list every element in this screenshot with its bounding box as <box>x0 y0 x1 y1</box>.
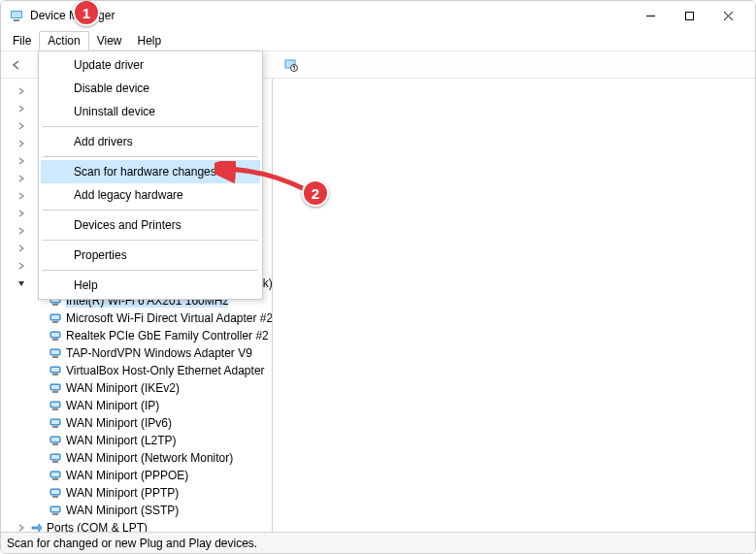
tree-item[interactable]: WAN Miniport (IKEv2) <box>1 379 272 397</box>
network-adapter-icon <box>48 398 63 413</box>
minimize-button[interactable] <box>631 2 670 29</box>
network-adapter-icon <box>48 468 63 483</box>
status-text: Scan for changed or new Plug and Play de… <box>7 537 257 550</box>
chevron-right-icon[interactable] <box>15 119 28 133</box>
tree-item[interactable]: WAN Miniport (PPPOE) <box>1 467 272 484</box>
svg-rect-19 <box>52 321 58 323</box>
chevron-right-icon[interactable] <box>15 84 28 98</box>
tree-label: WAN Miniport (IPv6) <box>66 416 172 430</box>
menu-item-uninstall-device[interactable]: Uninstall device <box>41 100 260 123</box>
tree-label: Microsoft Wi-Fi Direct Virtual Adapter #… <box>66 311 273 325</box>
tree-item[interactable]: WAN Miniport (Network Monitor) <box>1 449 272 467</box>
svg-rect-27 <box>51 368 59 372</box>
ports-icon <box>28 520 44 532</box>
tree-item[interactable]: TAP-NordVPN Windows Adapter V9 <box>1 344 272 362</box>
annotation-callout-1: 1 <box>73 0 100 26</box>
app-icon <box>9 8 24 23</box>
window-title: Device Manager <box>30 9 631 22</box>
network-adapter-icon <box>48 503 63 518</box>
scan-hardware-button[interactable] <box>279 53 303 77</box>
network-adapter-icon <box>48 415 63 431</box>
action-menu-dropdown: Update driverDisable deviceUninstall dev… <box>38 50 263 300</box>
chevron-right-icon[interactable] <box>15 259 28 273</box>
network-adapter-icon <box>48 450 63 466</box>
annotation-callout-2: 2 <box>302 179 329 207</box>
back-button[interactable] <box>5 53 28 77</box>
network-adapter-icon <box>48 310 63 326</box>
svg-rect-36 <box>51 420 59 424</box>
svg-rect-28 <box>52 374 58 375</box>
menu-action[interactable]: Action <box>39 31 88 50</box>
menu-bar: FileActionViewHelp <box>1 30 755 51</box>
menu-view[interactable]: View <box>89 32 130 49</box>
tree-item[interactable]: Microsoft Wi-Fi Direct Virtual Adapter #… <box>1 310 272 327</box>
detail-panel <box>273 79 755 532</box>
svg-rect-46 <box>52 478 58 480</box>
svg-rect-2 <box>14 19 19 21</box>
svg-rect-30 <box>51 385 59 389</box>
svg-rect-49 <box>52 496 58 498</box>
svg-rect-40 <box>52 443 58 445</box>
tree-label: WAN Miniport (PPPOE) <box>66 469 188 482</box>
status-bar: Scan for changed or new Plug and Play de… <box>1 532 755 553</box>
svg-rect-39 <box>51 438 59 441</box>
tree-item[interactable]: WAN Miniport (PPTP) <box>1 484 272 502</box>
svg-rect-51 <box>51 507 59 511</box>
svg-rect-22 <box>52 339 58 341</box>
svg-rect-45 <box>51 473 59 476</box>
svg-rect-1 <box>12 12 21 17</box>
menu-help[interactable]: Help <box>130 32 170 49</box>
tree-item[interactable]: WAN Miniport (IP) <box>1 397 272 414</box>
chevron-down-icon[interactable] <box>15 277 28 290</box>
network-adapter-icon <box>48 328 63 343</box>
menu-separator <box>43 210 258 211</box>
tree-label: TAP-NordVPN Windows Adapter V9 <box>66 346 252 360</box>
svg-rect-34 <box>52 408 58 410</box>
svg-rect-24 <box>51 350 59 354</box>
window-controls <box>631 2 747 29</box>
tree-label: VirtualBox Host-Only Ethernet Adapter <box>66 364 265 377</box>
tree-item[interactable]: VirtualBox Host-Only Ethernet Adapter <box>1 362 272 379</box>
svg-rect-42 <box>51 455 59 459</box>
svg-marker-10 <box>18 281 24 286</box>
menu-item-add-legacy-hardware[interactable]: Add legacy hardware <box>41 183 260 207</box>
svg-rect-31 <box>52 391 58 393</box>
chevron-right-icon[interactable] <box>15 102 28 115</box>
chevron-right-icon[interactable] <box>15 242 28 255</box>
tree-item[interactable]: WAN Miniport (SSTP) <box>1 502 272 519</box>
menu-item-help[interactable]: Help <box>41 274 260 297</box>
chevron-right-icon[interactable] <box>15 189 28 203</box>
svg-rect-25 <box>52 356 58 358</box>
menu-item-update-driver[interactable]: Update driver <box>41 53 260 77</box>
tree-item[interactable]: WAN Miniport (L2TP) <box>1 432 272 449</box>
svg-rect-33 <box>51 403 59 407</box>
close-button[interactable] <box>708 2 747 29</box>
menu-item-add-drivers[interactable]: Add drivers <box>41 130 260 153</box>
chevron-right-icon[interactable] <box>15 224 28 238</box>
tree-label: WAN Miniport (Network Monitor) <box>66 451 233 465</box>
network-adapter-icon <box>48 485 63 501</box>
menu-separator <box>43 240 258 241</box>
tree-item[interactable]: WAN Miniport (IPv6) <box>1 414 272 432</box>
tree-label: WAN Miniport (IKEv2) <box>66 381 180 395</box>
menu-file[interactable]: File <box>5 32 39 49</box>
chevron-right-icon[interactable] <box>15 521 28 532</box>
chevron-right-icon[interactable] <box>15 154 28 168</box>
chevron-right-icon[interactable] <box>15 172 28 185</box>
menu-item-devices-and-printers[interactable]: Devices and Printers <box>41 213 260 237</box>
menu-separator <box>43 270 258 271</box>
chevron-right-icon[interactable] <box>15 137 28 150</box>
network-adapter-icon <box>48 380 63 396</box>
menu-item-properties[interactable]: Properties <box>41 244 260 267</box>
network-adapter-icon <box>48 345 63 361</box>
title-bar: Device Manager <box>1 1 755 30</box>
chevron-right-icon[interactable] <box>15 207 28 220</box>
tree-item[interactable]: Realtek PCIe GbE Family Controller #2 <box>1 327 272 344</box>
menu-item-disable-device[interactable]: Disable device <box>41 77 260 100</box>
network-adapter-icon <box>48 433 63 448</box>
menu-item-scan-for-hardware-changes[interactable]: Scan for hardware changes <box>41 160 260 183</box>
svg-rect-18 <box>51 315 59 319</box>
tree-category-ports[interactable]: Ports (COM & LPT) <box>1 519 272 532</box>
tree-label: Ports (COM & LPT) <box>47 521 148 532</box>
maximize-button[interactable] <box>670 2 708 29</box>
